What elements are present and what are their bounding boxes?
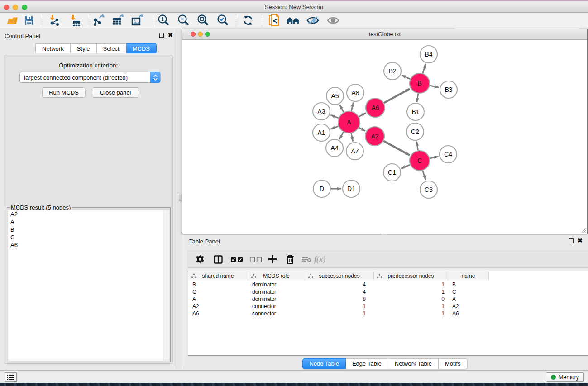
cell-shared-name[interactable]: C [188, 288, 248, 295]
show-eye-icon[interactable] [325, 14, 341, 27]
column-view-icon[interactable] [214, 253, 223, 266]
import-network-icon[interactable] [46, 14, 62, 27]
graph-edge-A-A2[interactable] [359, 128, 365, 131]
close-panel-button[interactable]: Close panel [92, 87, 139, 98]
zoom-in-icon[interactable] [155, 14, 172, 27]
graph-node-A[interactable]: A [338, 111, 360, 133]
graph-edge-A6-B[interactable] [384, 89, 410, 103]
graph-edge-A-A5[interactable] [339, 105, 344, 112]
zoom-fit-icon[interactable] [195, 14, 211, 27]
graph-edge-A-A3[interactable] [330, 115, 338, 118]
trash-icon[interactable] [286, 253, 294, 266]
gear-icon[interactable] [196, 253, 205, 266]
graph-node-B2[interactable]: B2 [384, 62, 401, 80]
result-list-item[interactable]: A2 [8, 210, 164, 218]
cell-name[interactable]: C [448, 288, 489, 295]
graph-node-B4[interactable]: B4 [420, 46, 437, 63]
table-row[interactable]: Cdominator41C [188, 288, 489, 295]
graph-edge-A-A7[interactable] [351, 133, 353, 141]
cell-predecessor-nodes[interactable]: 1 [374, 303, 448, 310]
graph-node-C4[interactable]: C4 [440, 146, 457, 163]
float-panel-icon[interactable] [159, 33, 164, 38]
cell-successor-nodes[interactable]: 8 [305, 295, 374, 303]
node-table[interactable]: shared nameMCDS rolesuccessor nodesprede… [188, 271, 588, 356]
graph-edge-C-C2[interactable] [416, 142, 418, 151]
copy-network-icon[interactable] [266, 14, 282, 27]
deselect-all-icon[interactable] [249, 253, 262, 266]
result-list-item[interactable]: C [8, 234, 164, 241]
network-window-titlebar[interactable]: testGlobe.txt [182, 29, 587, 40]
table-row[interactable]: Adominator80A [188, 295, 489, 303]
close-panel-icon[interactable]: ✖ [578, 238, 583, 243]
graph-edge-A-A4[interactable] [339, 132, 344, 139]
float-panel-icon[interactable] [569, 238, 574, 243]
cell-MCDS-role[interactable]: dominator [248, 281, 305, 288]
folder-open-icon[interactable] [5, 14, 21, 27]
tab-network-table[interactable]: Network Table [388, 358, 439, 369]
table-row[interactable]: A6connector11A6 [188, 310, 489, 317]
column-header-successor-nodes[interactable]: successor nodes [305, 271, 374, 281]
graph-edge-B-B2[interactable] [402, 75, 410, 79]
column-header-shared-name[interactable]: shared name [188, 271, 248, 281]
import-table-icon[interactable] [67, 14, 83, 27]
graph-node-A5[interactable]: A5 [326, 87, 344, 105]
function-builder-icon[interactable]: f(x) [314, 253, 325, 266]
column-header-MCDS-role[interactable]: MCDS role [248, 271, 305, 281]
graph-node-B[interactable]: B [410, 73, 430, 93]
tab-mcds[interactable]: MCDS [126, 43, 157, 53]
cell-MCDS-role[interactable]: dominator [248, 288, 305, 295]
cell-predecessor-nodes[interactable]: 1 [374, 288, 448, 295]
delete-table-icon[interactable] [301, 253, 311, 266]
cell-shared-name[interactable]: A2 [188, 303, 248, 310]
graph-edge-A2-C[interactable] [383, 141, 410, 155]
hide-eye-icon[interactable] [305, 14, 321, 27]
graph-node-B3[interactable]: B3 [440, 81, 457, 98]
table-row[interactable]: Bdominator41B [188, 281, 489, 288]
cell-name[interactable]: A6 [448, 310, 489, 317]
graph-node-A7[interactable]: A7 [346, 143, 363, 160]
graph-node-D1[interactable]: D1 [343, 180, 360, 197]
column-header-name[interactable]: name [448, 271, 489, 281]
cell-predecessor-nodes[interactable]: 1 [374, 310, 448, 317]
cell-successor-nodes[interactable]: 4 [305, 288, 374, 295]
select-all-icon[interactable] [230, 253, 243, 266]
cell-shared-name[interactable]: A6 [188, 310, 248, 317]
graph-edge-A-A8[interactable] [351, 103, 353, 111]
run-mcds-button[interactable]: Run MCDS [42, 87, 86, 98]
cell-MCDS-role[interactable]: connector [248, 303, 305, 310]
cell-successor-nodes[interactable]: 4 [305, 281, 374, 288]
tab-node-table[interactable]: Node Table [302, 358, 346, 369]
graph-node-B1[interactable]: B1 [407, 103, 424, 120]
graph-edge-C-C4[interactable] [430, 157, 438, 158]
cell-name[interactable]: A [448, 295, 489, 303]
graph-edge-C-C3[interactable] [423, 171, 426, 180]
tab-motifs[interactable]: Motifs [439, 358, 468, 369]
cell-successor-nodes[interactable]: 1 [305, 303, 374, 310]
close-panel-icon[interactable]: ✖ [168, 33, 173, 38]
add-column-icon[interactable] [268, 253, 277, 266]
cell-shared-name[interactable]: A [188, 295, 248, 303]
graph-edge-B-B3[interactable] [430, 86, 439, 87]
tab-select[interactable]: Select [97, 43, 126, 53]
graph-node-A3[interactable]: A3 [313, 103, 330, 120]
graph-node-C2[interactable]: C2 [406, 123, 424, 140]
save-icon[interactable] [21, 14, 37, 27]
zoom-out-icon[interactable] [175, 14, 191, 27]
cell-predecessor-nodes[interactable]: 0 [374, 295, 448, 303]
graph-edge-A-A6[interactable] [359, 113, 366, 117]
graph-node-A8[interactable]: A8 [347, 84, 364, 101]
memory-button[interactable]: Memory [546, 372, 584, 382]
graph-edge-C-C1[interactable] [401, 165, 410, 168]
mcds-result-list[interactable]: A2ABCA6 [8, 210, 164, 361]
result-list-item[interactable]: A [8, 218, 164, 226]
graph-node-C3[interactable]: C3 [420, 181, 437, 198]
tab-edge-table[interactable]: Edge Table [346, 358, 388, 369]
export-table-icon[interactable] [110, 14, 126, 27]
export-network-icon[interactable] [91, 14, 107, 27]
graph-node-A1[interactable]: A1 [313, 124, 330, 141]
graph-edge-B-B4[interactable] [423, 64, 426, 73]
zoom-selected-icon[interactable] [215, 14, 231, 27]
table-row[interactable]: A2connector11A2 [188, 303, 489, 310]
column-header-predecessor-nodes[interactable]: predecessor nodes [374, 271, 448, 281]
cell-MCDS-role[interactable]: dominator [248, 295, 305, 303]
